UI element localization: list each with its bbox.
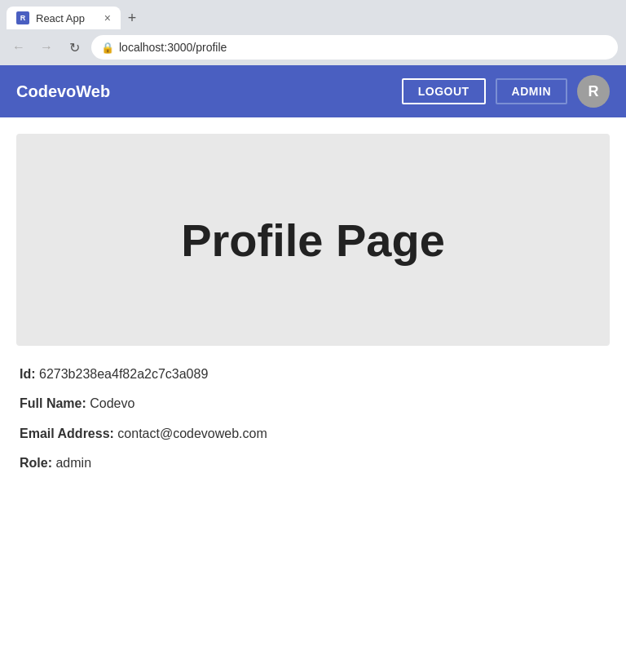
role-value: admin [55,456,91,470]
forward-button[interactable]: → [36,37,57,58]
profile-email-row: Email Address: contact@codevoweb.com [20,425,606,443]
tab-bar: R React App × + [0,0,626,29]
browser-chrome: R React App × + ← → ↻ 🔒 localhost:3000/p… [0,0,626,672]
tab-title: React App [36,12,85,24]
profile-info: Id: 6273b238ea4f82a2c7c3a089 Full Name: … [16,365,610,473]
tab-close-icon[interactable]: × [104,11,111,24]
logout-button[interactable]: LOGOUT [402,78,486,104]
role-label: Role: [20,456,52,470]
id-value: 6273b238ea4f82a2c7c3a089 [39,367,208,381]
main-content: Profile Page Id: 6273b238ea4f82a2c7c3a08… [0,117,626,501]
browser-tab[interactable]: R React App × [7,7,121,29]
address-url: localhost:3000/profile [119,41,227,54]
avatar[interactable]: R [577,75,610,108]
lock-icon: 🔒 [101,42,114,54]
back-button[interactable]: ← [8,37,29,58]
profile-page-title: Profile Page [181,214,445,267]
email-label: Email Address: [20,427,114,440]
fullname-value: Codevo [90,396,134,410]
navbar-brand: CodevoWeb [16,82,402,101]
profile-id-row: Id: 6273b238ea4f82a2c7c3a089 [20,365,606,383]
profile-fullname-row: Full Name: Codevo [20,395,606,413]
address-bar[interactable]: 🔒 localhost:3000/profile [91,35,618,60]
tab-favicon-icon: R [16,11,29,24]
profile-role-row: Role: admin [20,454,606,472]
refresh-button[interactable]: ↻ [64,37,85,58]
address-bar-row: ← → ↻ 🔒 localhost:3000/profile [0,29,626,65]
app-content: CodevoWeb LOGOUT ADMIN R Profile Page Id… [0,65,626,672]
fullname-label: Full Name: [20,396,86,410]
profile-banner: Profile Page [16,134,610,346]
new-tab-button[interactable]: + [121,7,143,29]
id-label: Id: [20,367,36,381]
admin-button[interactable]: ADMIN [496,78,567,104]
navbar-actions: LOGOUT ADMIN R [402,75,610,108]
email-value: contact@codevoweb.com [117,427,267,440]
navbar: CodevoWeb LOGOUT ADMIN R [0,65,626,117]
